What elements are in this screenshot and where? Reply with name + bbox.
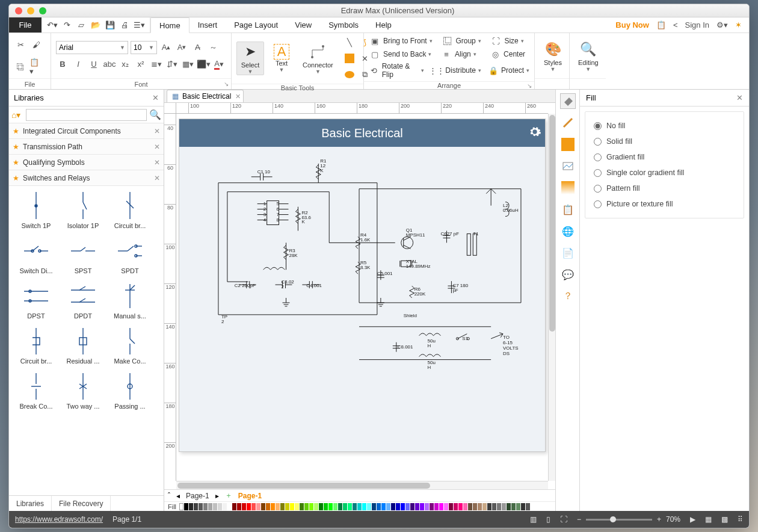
center-icon[interactable]: ◎	[489, 49, 501, 60]
color-swatch[interactable]	[468, 503, 472, 510]
color-swatch[interactable]	[218, 503, 222, 510]
color-swatch[interactable]	[242, 503, 246, 510]
close-category-icon[interactable]: ✕	[154, 127, 160, 135]
settings-icon[interactable]: ⚙▾	[716, 20, 728, 29]
fit-page-icon[interactable]: ⛶	[560, 515, 567, 524]
color-swatch[interactable]	[449, 503, 453, 510]
color-swatch[interactable]	[420, 503, 424, 510]
color-swatch[interactable]	[372, 503, 376, 510]
align-icon[interactable]: ≡	[440, 49, 452, 60]
redo-icon[interactable]: ↷	[60, 20, 74, 29]
web-icon[interactable]: 🌐	[560, 223, 576, 239]
lib-category[interactable]: ★Switches and Relays✕	[9, 170, 164, 186]
bold-icon[interactable]: B	[56, 58, 69, 71]
gear-icon[interactable]	[528, 125, 541, 141]
view-outline-icon[interactable]: ▯	[546, 515, 550, 524]
distribute-button[interactable]: Distribute	[445, 66, 476, 75]
signin-link[interactable]: Sign In	[685, 20, 709, 29]
close-category-icon[interactable]: ✕	[154, 158, 160, 167]
library-item[interactable]: Switch 1P	[13, 188, 60, 231]
color-swatch[interactable]	[487, 503, 491, 510]
page[interactable]: Basic Electrical	[179, 119, 546, 452]
editing-button[interactable]: 🔍Editing▼	[575, 40, 602, 72]
color-swatch[interactable]	[507, 503, 511, 510]
zoom-out-icon[interactable]: −	[577, 515, 581, 524]
fill-option[interactable]: Single color gradient fill	[594, 165, 735, 181]
presentation-icon[interactable]: ▶	[690, 515, 695, 524]
tab-insert[interactable]: Insert	[190, 17, 226, 32]
prev-page-icon[interactable]: ◂	[176, 492, 180, 500]
color-swatch[interactable]	[189, 503, 193, 510]
copy-icon[interactable]: ⿻	[14, 60, 27, 73]
font-size-select[interactable]: 10▼	[131, 41, 157, 54]
library-item[interactable]: Circuit br...	[106, 188, 153, 231]
align-button[interactable]: Align	[455, 50, 471, 58]
color-swatch[interactable]	[290, 503, 294, 510]
cut-icon[interactable]: ✂	[14, 38, 27, 51]
canvas[interactable]: 100120140160180200220240260 406080100120…	[164, 103, 555, 489]
decrease-font-icon[interactable]: A▾	[175, 41, 188, 54]
color-swatch[interactable]	[516, 503, 520, 510]
color-swatch[interactable]	[266, 503, 270, 510]
add-page-icon[interactable]: ＋	[225, 490, 232, 501]
zoom-control[interactable]: − + 70%	[577, 515, 680, 524]
color-swatch[interactable]	[194, 503, 198, 510]
color-swatch[interactable]	[348, 503, 352, 510]
minimize-window-icon[interactable]	[27, 7, 34, 14]
center-button[interactable]: Center	[504, 50, 525, 58]
color-swatch[interactable]	[454, 503, 458, 510]
select-tool[interactable]: ➤Select▼	[236, 42, 264, 75]
library-home-icon[interactable]: ⌂▾	[11, 110, 23, 120]
fill-option[interactable]: Gradient fill	[594, 149, 735, 165]
color-swatch[interactable]	[526, 503, 530, 510]
library-items-grid[interactable]: Switch 1PIsolator 1PCircuit br...Switch …	[9, 186, 164, 495]
highlight-icon[interactable]: ⬛▾	[197, 58, 210, 71]
color-swatch[interactable]	[415, 503, 419, 510]
font-name-select[interactable]: Arial▼	[56, 41, 128, 54]
color-swatch[interactable]	[353, 503, 357, 510]
color-swatch[interactable]	[333, 503, 337, 510]
line-spacing-icon[interactable]: ⇵▾	[165, 58, 179, 71]
print-icon[interactable]: 🖨	[117, 20, 132, 29]
file-recovery-tab[interactable]: File Recovery	[52, 496, 111, 511]
fill-option[interactable]: Solid fill	[594, 134, 735, 149]
color-swatch[interactable]	[396, 503, 400, 510]
color-swatch[interactable]	[511, 503, 516, 510]
vendor-link[interactable]: https://www.edrawsoft.com/	[15, 515, 103, 524]
color-swatch[interactable]	[357, 503, 362, 510]
share-icon[interactable]: <	[673, 20, 678, 29]
library-item[interactable]: DPST	[13, 279, 60, 321]
library-item[interactable]: Switch Di...	[13, 234, 60, 276]
horizontal-scrollbar[interactable]	[176, 481, 548, 489]
color-swatch[interactable]	[227, 503, 232, 510]
feedback-icon[interactable]: 📋	[656, 20, 666, 29]
fill-option[interactable]: No fill	[594, 118, 735, 134]
color-swatch[interactable]	[425, 503, 429, 510]
close-libraries-icon[interactable]: ✕	[152, 93, 159, 102]
color-swatch[interactable]	[405, 503, 410, 510]
grid-a-icon[interactable]: ▦	[705, 515, 712, 524]
gradient-fill-icon[interactable]	[560, 180, 576, 196]
rotate-button[interactable]: Rotate & Flip	[382, 62, 419, 79]
increase-font-icon[interactable]: A▴	[159, 41, 173, 54]
lib-category[interactable]: ★Qualifying Symbols✕	[9, 155, 164, 170]
rotate-icon[interactable]: ⟲	[369, 65, 380, 76]
library-item[interactable]: DPDT	[60, 279, 106, 321]
color-swatch[interactable]	[237, 503, 241, 510]
size-button[interactable]: Size	[504, 37, 518, 45]
align-text-icon[interactable]: ▦▾	[181, 58, 194, 71]
picture-icon[interactable]	[560, 158, 576, 174]
line-style-icon[interactable]	[560, 115, 576, 131]
rect-shape-icon[interactable]	[343, 52, 356, 65]
clear-format-icon[interactable]: A̶	[191, 41, 204, 54]
grid-c-icon[interactable]: ⠿	[738, 515, 743, 524]
tab-help[interactable]: Help	[367, 17, 400, 32]
color-swatch[interactable]	[401, 503, 405, 510]
color-swatch[interactable]	[199, 503, 203, 510]
no-color-swatch[interactable]	[179, 503, 183, 510]
color-swatch[interactable]	[247, 503, 251, 510]
color-swatch[interactable]	[458, 503, 463, 510]
library-item[interactable]: Make Co...	[106, 324, 153, 367]
lib-category[interactable]: ★Transmission Path✕	[9, 139, 164, 155]
color-swatch[interactable]	[319, 503, 323, 510]
